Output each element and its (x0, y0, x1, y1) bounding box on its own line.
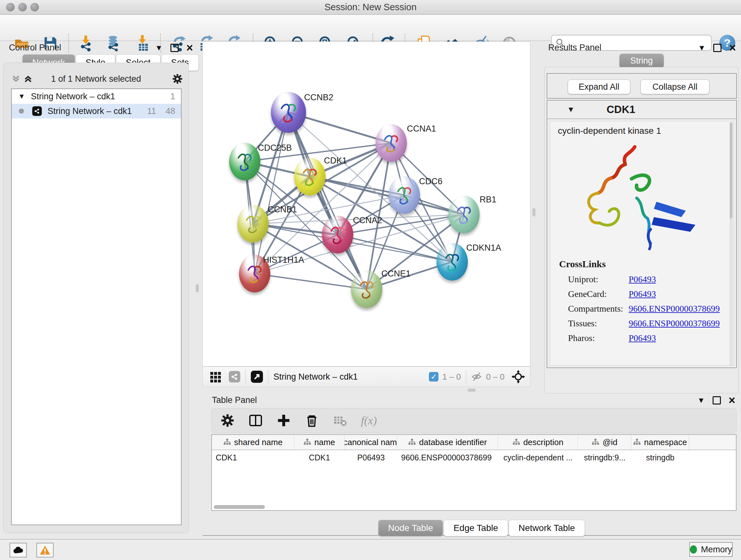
add-column-icon[interactable] (277, 414, 291, 428)
window-title: Session: New Session (325, 2, 417, 12)
network-collection-row[interactable]: ▼ String Network – cdk1 1 (12, 89, 181, 104)
crosslink-label: Uniprot: (568, 274, 629, 285)
birdseye-view-icon[interactable] (229, 371, 240, 382)
warning-button[interactable] (37, 543, 54, 557)
memory-button[interactable]: Memory (689, 542, 733, 557)
collapse-panel-icon[interactable]: ▼ (697, 396, 705, 405)
close-panel-icon[interactable]: × (729, 44, 736, 52)
table-options-gear-icon[interactable] (220, 414, 234, 428)
selected-nodes-checkbox[interactable]: ✓ (429, 372, 439, 381)
crosslink-label: Compartments: (568, 304, 629, 314)
protein-structure-image (569, 140, 713, 255)
column-header--id[interactable]: @id (578, 435, 631, 449)
network-node-CDC25B[interactable] (229, 143, 260, 180)
tab-node-table[interactable]: Node Table (378, 520, 443, 537)
gene-section-header[interactable]: ▼ CDK1 (547, 101, 736, 119)
node-label-CDK1: CDK1 (324, 156, 347, 166)
crosslink-row: Uniprot:P06493 (568, 272, 720, 287)
float-panel-icon[interactable] (713, 44, 722, 52)
delete-table-icon (333, 414, 347, 428)
node-label-CCNA2: CCNA2 (353, 215, 382, 226)
collapse-panel-icon[interactable]: ▼ (698, 44, 705, 52)
cloud-button[interactable] (10, 543, 27, 557)
column-header-database-identifier[interactable]: database identifier (397, 435, 498, 449)
warning-icon (40, 545, 51, 555)
column-header-shared-name[interactable]: shared name (212, 435, 294, 449)
float-panel-icon[interactable] (713, 396, 721, 405)
table-header-row: shared namenamecanonical namedatabase id… (212, 435, 736, 450)
column-header-description[interactable]: description (498, 435, 578, 449)
close-panel-icon[interactable]: × (729, 396, 735, 405)
expand-all-button[interactable]: Expand All (568, 79, 630, 94)
crosslinks-heading: CrossLinks (559, 259, 606, 269)
tab-network-table[interactable]: Network Table (509, 520, 585, 537)
table-body: CDK1CDK1P064939606.ENSP00000378699cyclin… (212, 450, 736, 465)
selected-count: 1 – 0 (442, 372, 461, 382)
network-view-canvas[interactable]: CCNB2CCNA1CDC25BCDK1CDC6RB1CCNB1CCNA2CDK… (202, 42, 530, 367)
memory-status-icon (690, 545, 697, 554)
column-header-namespace[interactable]: namespace (631, 435, 689, 449)
canvasbar-divider (246, 370, 246, 384)
node-label-CDC6: CDC6 (419, 177, 443, 186)
canvasbar-divider (466, 370, 466, 384)
hierarchy-icon (408, 439, 416, 446)
network-options-gear-icon[interactable] (172, 73, 183, 84)
grid-view-icon[interactable] (210, 371, 222, 383)
table-row[interactable]: CDK1CDK1P064939606.ENSP00000378699cyclin… (212, 450, 736, 465)
table-panel-header: Table Panel ▼ × (202, 393, 741, 406)
bottom-splitter-handle[interactable] (468, 388, 476, 392)
network-row[interactable]: String Network – cdk1 11 48 (12, 104, 181, 118)
crosslink-value-link[interactable]: P06493 (629, 289, 656, 299)
network-label: String Network – cdk1 (48, 106, 132, 116)
network-node-CDK1[interactable] (294, 158, 326, 195)
collapse-all-button[interactable]: Collapse All (641, 79, 710, 94)
gene-symbol: CDK1 (607, 104, 635, 116)
column-header-canonical-name[interactable]: canonical name (345, 435, 397, 449)
network-node-CCNA1[interactable] (376, 124, 407, 162)
network-node-RB1[interactable] (448, 196, 480, 233)
crosslink-row: GeneCard:P06493 (568, 287, 720, 301)
crosslink-row: Compartments:9606.ENSP00000378699 (568, 301, 720, 316)
status-bar: Memory (0, 539, 741, 560)
collection-expander-icon[interactable]: ▼ (18, 92, 25, 101)
network-node-CDKN1A[interactable] (436, 243, 468, 281)
right-splitter-handle[interactable] (532, 208, 536, 216)
fit-content-crosshair-icon[interactable] (512, 370, 525, 383)
show-columns-icon[interactable] (249, 414, 263, 428)
delete-column-icon[interactable] (305, 414, 319, 428)
hidden-eye-icon[interactable] (471, 372, 483, 381)
minimize-window-button[interactable] (18, 3, 27, 11)
collapse-panel-icon[interactable]: ▼ (155, 44, 163, 52)
results-panel: Results Panel ▼ × String Expand All Coll… (542, 42, 741, 393)
tab-edge-table[interactable]: Edge Table (444, 520, 508, 537)
network-node-CCNB2[interactable] (271, 92, 306, 133)
control-panel-title: Control Panel (9, 43, 61, 53)
network-node-CCNE1[interactable] (351, 270, 382, 308)
left-splitter-handle[interactable] (196, 284, 199, 293)
table-horizontal-scrollbar[interactable] (212, 505, 736, 509)
close-window-button[interactable] (6, 3, 15, 11)
network-view-toolbar: String Network – cdk1 ✓ 1 – 0 0 – 0 (202, 367, 530, 387)
float-panel-icon[interactable] (171, 44, 179, 52)
crosslink-value-link[interactable]: 9606.ENSP00000378699 (629, 304, 720, 314)
string-app-icon (32, 106, 42, 116)
close-panel-icon[interactable]: × (186, 44, 193, 52)
node-label-CDC25B: CDC25B (258, 143, 292, 153)
network-node-CCNB1[interactable] (238, 205, 269, 243)
cytoscape-window: { "window_title": "Session: New Session"… (0, 0, 741, 560)
tab-string[interactable]: String (619, 54, 664, 68)
crosslink-value-link[interactable]: 9606.ENSP00000378699 (629, 318, 720, 328)
section-expander-icon[interactable]: ▼ (567, 105, 575, 114)
results-panel-title: Results Panel (548, 43, 602, 53)
crosslink-value-link[interactable]: P06493 (629, 274, 656, 285)
hierarchy-icon (513, 439, 520, 446)
crosslink-value-link[interactable]: P06493 (629, 333, 656, 343)
zoom-window-button[interactable] (30, 3, 39, 11)
network-node-CCNA2[interactable] (322, 216, 353, 253)
network-node-CDC6[interactable] (389, 176, 420, 214)
column-header-name[interactable]: name (294, 435, 345, 449)
string-results-group: Expand All Collapse All ▼ CDK1 cyclin-de… (544, 67, 738, 393)
results-scrollbar[interactable] (730, 122, 733, 365)
table-cell: cyclin-dependent ... (498, 450, 578, 465)
detach-view-icon[interactable] (251, 371, 263, 383)
